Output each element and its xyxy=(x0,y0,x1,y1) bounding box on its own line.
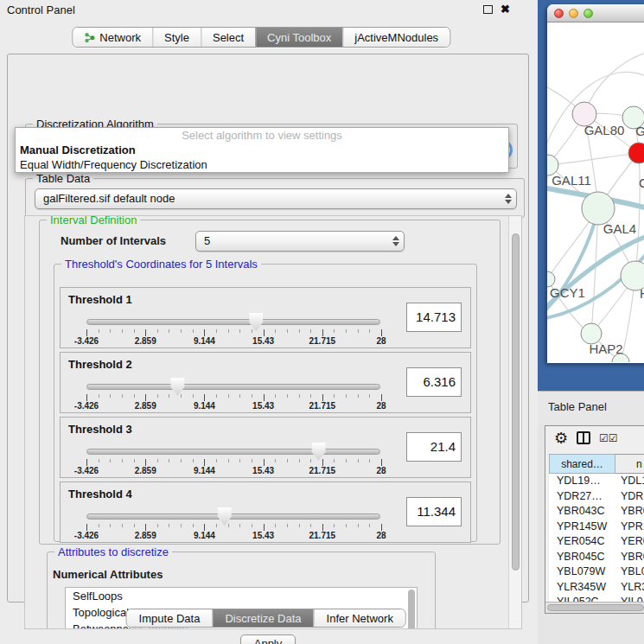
table-row[interactable]: YPR145WYPR1 xyxy=(549,520,644,535)
table-panel: ⚙ ☑☑ shared… n YDL19…YDL1YDR27…YDR2YBR04… xyxy=(545,425,644,614)
cell-name: YER0 xyxy=(615,534,644,550)
dropdown-option-equal-width[interactable]: Equal Width/Frequency Discretization xyxy=(16,157,508,172)
table-data-combobox[interactable]: galFiltered.sif default node xyxy=(35,188,517,209)
network-canvas[interactable]: GAL80GACGAL11GAL4GCY1HHAP2 xyxy=(547,22,644,362)
list-scrollbar xyxy=(407,589,416,629)
tab-label: Select xyxy=(213,31,244,44)
cell-shared-name: YDR27… xyxy=(549,489,615,505)
table-row[interactable]: YDL19…YDL1 xyxy=(549,474,644,489)
table-toolbar: ⚙ ☑☑ xyxy=(545,426,644,452)
cell-name: YPR1 xyxy=(615,520,644,535)
tab-select[interactable]: Select xyxy=(201,28,255,47)
network-nodes: GAL80GACGAL11GAL4GCY1HHAP2 xyxy=(547,102,644,362)
table-row[interactable]: YBR043CYBR0 xyxy=(549,504,644,520)
column-header-name[interactable]: n xyxy=(615,454,644,474)
cell-shared-name: YBL079W xyxy=(549,564,615,580)
tab-label: Impute Data xyxy=(139,612,201,625)
column-header-shared-name[interactable]: shared… xyxy=(549,454,615,474)
cell-shared-name: YPR145W xyxy=(549,520,615,535)
group-title: Table Data xyxy=(33,172,93,185)
threshold-row: Threshold 3 -3.4262.8599.14415.4321.7152… xyxy=(60,417,471,478)
panel-title: Control Panel xyxy=(7,3,75,16)
node-label: GCY1 xyxy=(550,285,585,300)
tab-discretize-data[interactable]: Discretize Data xyxy=(212,609,313,627)
network-node[interactable] xyxy=(628,143,644,163)
slider-thumb[interactable] xyxy=(248,313,264,331)
horizontal-scrollbar xyxy=(545,602,644,613)
slider-track[interactable] xyxy=(86,384,380,390)
threshold-value-box[interactable]: 11.344 xyxy=(406,497,462,526)
threshold-row: Threshold 2 -3.4262.8599.14415.4321.7152… xyxy=(60,352,471,413)
combobox-value: galFiltered.sif default node xyxy=(43,189,175,208)
stepper-arrows-icon xyxy=(505,194,512,204)
scrollbar-thumb[interactable] xyxy=(408,590,415,629)
slider-track[interactable] xyxy=(86,513,380,520)
scrollbar-thumb[interactable] xyxy=(547,604,644,611)
control-panel-titlebar: Control Panel ✖ xyxy=(0,0,538,19)
control-panel: Control Panel ✖ Network Style Select Cyn… xyxy=(0,0,538,644)
group-title: Threshold's Coordinates for 5 Intervals xyxy=(61,258,261,271)
float-window-icon[interactable] xyxy=(483,5,493,14)
cell-shared-name: YLR345W xyxy=(549,580,615,596)
tab-label: jActiveMNodules xyxy=(354,31,438,44)
slider-thumb[interactable] xyxy=(217,507,233,526)
tab-network[interactable]: Network xyxy=(73,28,152,47)
column-checkboxes-icon[interactable]: ☑☑ xyxy=(599,432,618,444)
table-header-row: shared… n xyxy=(549,454,644,474)
network-window-titlebar[interactable] xyxy=(547,4,644,22)
tab-label: Infer Network xyxy=(327,612,393,625)
numerical-attributes-label: Numerical Attributes xyxy=(53,568,163,581)
table-row[interactable]: YLR345WYLR3 xyxy=(549,580,644,596)
table-row[interactable]: YBR045CYBR0 xyxy=(549,550,644,565)
threshold-label: Threshold 2 xyxy=(68,358,132,371)
table-row[interactable]: YER054CYER0 xyxy=(549,534,644,550)
cell-shared-name: YDL19… xyxy=(549,474,615,489)
cyni-toolbox-content: Discretization Algorithm Select algorith… xyxy=(7,54,529,603)
table-row[interactable]: YBL079WYBL0 xyxy=(549,564,644,580)
zoom-traffic-light[interactable] xyxy=(583,9,593,18)
tab-jactivemnodules[interactable]: jActiveMNodules xyxy=(342,28,450,47)
panel-title: Table Panel xyxy=(548,392,607,423)
application-window: Control Panel ✖ Network Style Select Cyn… xyxy=(0,0,644,644)
table-row[interactable]: YDR27…YDR2 xyxy=(549,489,644,505)
apply-button[interactable]: Apply xyxy=(240,634,296,644)
close-icon[interactable]: ✖ xyxy=(501,4,510,14)
cell-name: YBR0 xyxy=(615,550,644,565)
cell-name: YLR3 xyxy=(615,580,644,596)
dropdown-option-manual[interactable]: Manual Discretization xyxy=(16,143,508,157)
tab-impute-data[interactable]: Impute Data xyxy=(127,609,213,627)
scrollbar-thumb[interactable] xyxy=(512,233,520,571)
slider-track[interactable] xyxy=(86,319,380,325)
network-icon xyxy=(84,32,95,43)
threshold-label: Threshold 1 xyxy=(68,293,132,306)
cell-shared-name: YBR043C xyxy=(549,504,615,520)
cell-shared-name: YER054C xyxy=(549,534,615,550)
attribute-list-item[interactable]: SelfLoops xyxy=(66,588,417,604)
group-title: Interval Definition xyxy=(47,215,140,226)
slider-track[interactable] xyxy=(86,449,380,455)
threshold-value-box[interactable]: 14.713 xyxy=(406,303,462,332)
combobox-value: 5 xyxy=(204,232,210,251)
slider-thumb[interactable] xyxy=(311,443,327,461)
node-label: GAL80 xyxy=(584,123,625,137)
tab-infer-network[interactable]: Infer Network xyxy=(314,609,405,627)
number-of-intervals-combobox[interactable]: 5 xyxy=(195,231,405,252)
dropdown-placeholder-item: Select algorithm to view settings xyxy=(16,128,508,143)
stepper-arrows-icon xyxy=(392,236,399,246)
tab-cyni-toolbox[interactable]: Cyni Toolbox xyxy=(255,28,342,47)
network-node[interactable] xyxy=(582,192,615,225)
tab-label: Discretize Data xyxy=(225,612,301,625)
minimize-traffic-light[interactable] xyxy=(569,9,578,18)
threshold-value-box[interactable]: 21.4 xyxy=(406,432,462,462)
interval-definition-group: Interval Definition Number of Intervals … xyxy=(39,220,501,545)
tab-style[interactable]: Style xyxy=(152,28,201,47)
threshold-value-box[interactable]: 6.316 xyxy=(406,367,462,397)
threshold-row: Threshold 1 -3.4262.8599.14415.4321.7152… xyxy=(60,287,471,348)
node-label: GAL4 xyxy=(603,221,636,236)
node-label: GAL11 xyxy=(552,173,591,188)
split-columns-icon[interactable] xyxy=(577,431,590,444)
cell-name: YBR0 xyxy=(615,504,644,520)
gear-icon[interactable]: ⚙ xyxy=(554,429,568,448)
close-traffic-light[interactable] xyxy=(554,9,564,18)
slider-thumb[interactable] xyxy=(169,378,185,396)
